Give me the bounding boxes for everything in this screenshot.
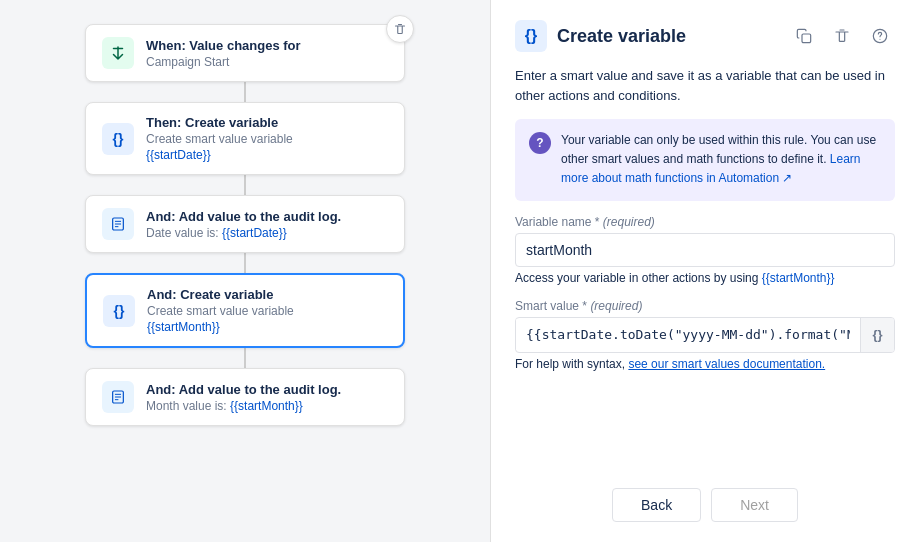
audit1-title: And: Add value to the audit log. [146,209,388,224]
smart-value-input[interactable] [516,319,860,350]
svg-point-11 [879,39,880,40]
info-icon: ? [529,132,551,154]
info-box: ? Your variable can only be used within … [515,119,895,201]
audit1-content: And: Add value to the audit log. Date va… [146,209,388,240]
panel-title-row: {} Create variable [515,20,686,52]
flow-wrapper: When: Value changes for Campaign Start {… [85,16,405,426]
audit2-subtitle: Month value is: {{startMonth}} [146,399,388,413]
connector-2 [244,175,246,195]
info-text-content: Your variable can only be used within th… [561,133,876,166]
and-create-subtitle1: Create smart value variable [147,304,387,318]
flow-item-and-create[interactable]: {} And: Create variable Create smart val… [85,273,405,348]
and-create-title: And: Create variable [147,287,387,302]
flow-item-then-create[interactable]: {} Then: Create variable Create smart va… [85,102,405,175]
syntax-hint: For help with syntax, see our smart valu… [515,357,895,371]
connector-4 [244,348,246,368]
flow-item-audit-2[interactable]: And: Add value to the audit log. Month v… [85,368,405,426]
variable-name-field: Variable name * (required) Access your v… [515,215,895,285]
then-create-title: Then: Create variable [146,115,388,130]
connector-1 [244,82,246,102]
audit2-icon [102,381,134,413]
svg-rect-9 [802,34,811,43]
trigger-title: When: Value changes for [146,38,388,53]
and-create-icon: {} [103,295,135,327]
variable-name-input[interactable] [515,233,895,267]
right-panel: {} Create variable [490,0,919,542]
flow-item-trigger[interactable]: When: Value changes for Campaign Start [85,24,405,82]
panel-icon: {} [515,20,547,52]
copy-button[interactable] [789,21,819,51]
trigger-subtitle: Campaign Start [146,55,388,69]
variable-name-label: Variable name * (required) [515,215,895,229]
variable-name-hint: Access your variable in other actions by… [515,271,895,285]
trigger-content: When: Value changes for Campaign Start [146,38,388,69]
panel-title: Create variable [557,26,686,47]
audit1-subtitle: Date value is: {{startDate}} [146,226,388,240]
smart-value-field: Smart value * (required) {} For help wit… [515,299,895,371]
back-button[interactable]: Back [612,488,701,522]
panel-actions [789,21,895,51]
left-panel: When: Value changes for Campaign Start {… [0,0,490,542]
delete-trigger-button[interactable] [386,15,414,43]
and-create-subtitle2: {{startMonth}} [147,320,387,334]
next-button[interactable]: Next [711,488,798,522]
flow-item-audit-1[interactable]: And: Add value to the audit log. Date va… [85,195,405,253]
then-create-subtitle1: Create smart value variable [146,132,388,146]
then-create-content: Then: Create variable Create smart value… [146,115,388,162]
panel-description: Enter a smart value and save it as a var… [515,66,895,105]
audit2-content: And: Add value to the audit log. Month v… [146,382,388,413]
smart-value-insert-btn[interactable]: {} [860,318,894,352]
info-text: Your variable can only be used within th… [561,131,881,189]
panel-header: {} Create variable [515,20,895,52]
syntax-doc-link[interactable]: see our smart values documentation. [628,357,825,371]
smart-value-row: {} [515,317,895,353]
delete-button[interactable] [827,21,857,51]
connector-3 [244,253,246,273]
smart-value-label: Smart value * (required) [515,299,895,313]
audit2-title: And: Add value to the audit log. [146,382,388,397]
then-create-icon: {} [102,123,134,155]
then-create-subtitle2: {{startDate}} [146,148,388,162]
button-row: Back Next [515,480,895,522]
and-create-content: And: Create variable Create smart value … [147,287,387,334]
help-button[interactable] [865,21,895,51]
audit1-icon [102,208,134,240]
trigger-icon [102,37,134,69]
